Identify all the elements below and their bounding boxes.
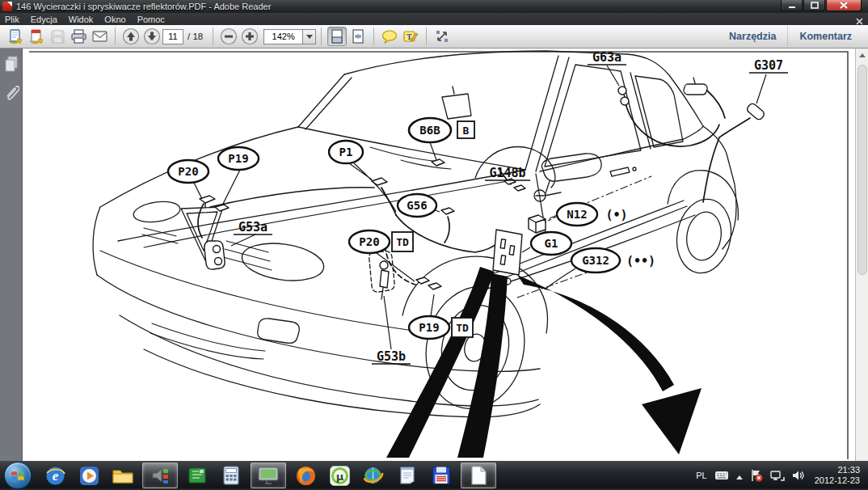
svg-text:G56: G56 [407,199,427,212]
taskbar-text-document[interactable] [461,463,496,488]
volume-icon[interactable] [792,470,805,481]
svg-text:G53a: G53a [238,220,268,234]
folder-icon [112,466,134,485]
minimize-button[interactable] [781,0,803,11]
print-icon[interactable] [69,27,88,46]
taskbar-media-player[interactable] [74,463,103,488]
flow-arrowhead [642,388,702,454]
comment-panel-button[interactable]: Komentarz [788,31,863,42]
label-p20: P20 [168,160,209,183]
svg-text:P19: P19 [419,321,439,334]
keyboard-layout-icon[interactable] [714,471,729,480]
pdf-file-icon [2,2,12,11]
maximize-button[interactable] [803,0,825,11]
taskbar-notepad[interactable] [393,463,422,488]
svg-text:G63a: G63a [592,50,622,65]
email-icon[interactable] [90,27,109,46]
open-icon[interactable] [6,27,25,46]
svg-text:G1: G1 [545,237,558,250]
label-g56: G56 [398,194,436,217]
svg-text:(••): (••) [626,254,655,268]
svg-text:P19: P19 [228,152,248,165]
label-g312: G312 (••) [571,248,655,272]
close-button[interactable] [826,0,862,11]
taskbar-system-monitor[interactable] [251,463,286,488]
svg-text:N12: N12 [567,208,587,221]
system-tray: PL 21:33 2012-12-23 [689,461,868,490]
network-icon[interactable] [770,470,785,482]
taskbar-firefox[interactable] [291,463,320,488]
taskbar-hardware-tool[interactable] [183,463,212,488]
monitor-icon [257,465,280,486]
label-g148b: G148b [485,166,530,180]
menu-pomoc[interactable]: Pomoc [137,15,165,24]
diagram-labels: G63a G307 G148b G53a G53b P20 P19 P1 B6B… [168,50,788,364]
notepad-icon [398,465,417,486]
zoom-level-value[interactable]: 142% [263,29,302,44]
taskbar-file-explorer[interactable] [108,463,137,488]
zoom-out-icon[interactable] [219,27,238,46]
zoom-in-icon[interactable] [240,27,259,46]
svg-text:B: B [463,125,470,137]
scrollbar-thumb[interactable] [857,65,867,275]
clock[interactable]: 21:33 2012-12-23 [815,465,860,486]
page-number-input[interactable] [162,29,183,44]
tools-panel-button[interactable]: Narzędzia [718,31,787,42]
vertical-scrollbar[interactable] [855,49,868,461]
svg-text:µ: µ [335,470,343,482]
title-bar: 146 Wycieraczki i spryskiwacze reflektor… [0,0,868,13]
highlight-text-icon[interactable]: T [401,27,420,46]
menu-plik[interactable]: Plik [5,15,19,24]
svg-text:G312: G312 [582,254,609,267]
menu-okno[interactable]: Okno [104,15,125,24]
calculator-icon [221,465,241,486]
scroll-up-icon[interactable] [856,49,868,61]
attachments-icon[interactable] [4,82,19,108]
firefox-icon [295,465,317,487]
page-thumbnails-icon[interactable] [4,55,19,78]
start-button[interactable] [4,462,32,489]
utorrent-icon: µ [329,465,351,487]
previous-page-icon[interactable] [121,27,141,46]
action-center-flag-icon[interactable] [750,469,763,482]
document-icon [470,465,487,486]
taskbar: e µ [0,461,868,490]
sticky-note-icon[interactable] [380,27,399,46]
label-g63a: G63a [588,50,626,65]
svg-text:TD: TD [396,236,409,248]
adobe-reader-window: 146 Wycieraczki i spryskiwacze reflektor… [0,0,868,490]
taskbar-download-manager[interactable] [359,463,388,488]
svg-text:P20: P20 [359,235,379,248]
clock-time: 21:33 [815,465,860,475]
language-indicator[interactable]: PL [696,471,706,480]
taskbar-audio-manager[interactable] [142,463,178,488]
scroll-mode-icon[interactable] [327,27,347,46]
internet-explorer-icon: e [44,465,66,487]
taskbar-calculator[interactable] [217,463,246,488]
speaker-app-icon [150,465,171,486]
label-g53a: G53a [234,220,272,234]
svg-text:G307: G307 [754,58,783,73]
fullscreen-icon[interactable] [432,27,452,46]
label-p19-td: P19 TD [409,316,473,339]
wiring-diagram: G63a G307 G148b G53a G53b P20 P19 P1 B6B… [23,49,855,461]
menu-widok[interactable]: Widok [69,15,94,24]
taskbar-disk-utility[interactable] [427,463,456,488]
label-p20-td: P20 TD [349,230,413,253]
svg-text:P20: P20 [178,165,198,178]
menu-edycja[interactable]: Edycja [31,15,57,24]
pdf-page[interactable]: G63a G307 G148b G53a G53b P20 P19 P1 B6B… [23,49,855,461]
zoom-dropdown-icon[interactable] [302,29,316,44]
svg-text:B6B: B6B [419,124,440,137]
fit-page-icon[interactable] [348,27,368,46]
label-p1: P1 [329,141,363,163]
circuit-board-icon [187,465,208,486]
taskbar-internet-explorer[interactable]: e [40,463,70,488]
taskbar-utorrent[interactable]: µ [325,463,354,488]
clock-date: 2012-12-23 [815,475,860,486]
show-hidden-icons[interactable] [736,472,743,479]
floppy-disk-icon [431,465,452,486]
create-pdf-icon[interactable] [27,27,46,46]
save-icon[interactable] [48,27,67,46]
next-page-icon[interactable] [142,27,162,46]
